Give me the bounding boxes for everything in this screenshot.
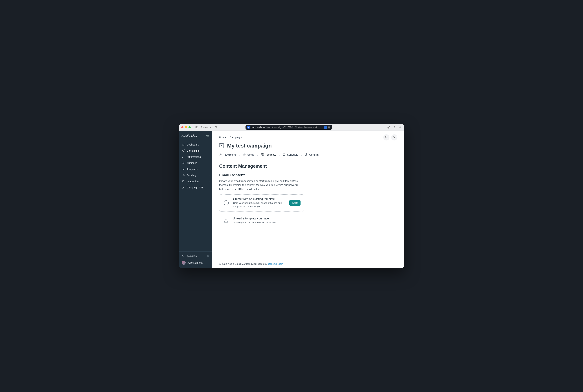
- breadcrumb-campaigns[interactable]: Campaigns: [230, 136, 243, 139]
- sidebar-user-menu[interactable]: Jolie Kennedy ›: [179, 259, 212, 266]
- breadcrumb-home[interactable]: Home: [219, 136, 226, 139]
- svg-point-8: [183, 162, 183, 163]
- shield-icon: [182, 156, 185, 158]
- step-template[interactable]: Template: [260, 151, 277, 159]
- browser-chrome: Private M demo.acellemail.com/campaigns/…: [179, 124, 404, 131]
- new-tab-icon[interactable]: [399, 126, 402, 129]
- sidebar-item-label: Campaigns: [187, 149, 200, 152]
- sidebar-item-label: Audience: [187, 162, 197, 164]
- sidebar-user-name: Jolie Kennedy: [187, 261, 203, 264]
- sidebar-item-sending[interactable]: Sending ›: [179, 172, 212, 178]
- url-bar[interactable]: M demo.acellemail.com/campaigns/612779c2…: [246, 125, 332, 130]
- sidebar-item-label: Templates: [187, 168, 198, 170]
- section-subheading: Email Content: [219, 173, 397, 177]
- site-favicon-icon: M: [247, 126, 250, 128]
- reload-button[interactable]: [214, 126, 217, 129]
- option-create-from-template[interactable]: Create from an existing template Craft y…: [219, 194, 304, 211]
- step-label: Setup: [247, 153, 254, 156]
- downloads-icon[interactable]: [387, 126, 390, 129]
- page-title: My test campaign: [227, 143, 272, 149]
- sidebar-item-label: Sending: [187, 174, 196, 177]
- chevron-right-icon: ›: [209, 262, 209, 264]
- sidebar-item-integration[interactable]: Integration ›: [179, 178, 212, 184]
- sidebar-item-label: Campaign API: [187, 186, 203, 189]
- step-label: Schedule: [287, 153, 298, 156]
- sidebar-item-dashboard[interactable]: Dashboard: [179, 142, 212, 148]
- sidebar-item-automations[interactable]: Automations: [179, 154, 212, 160]
- sidebar-item-label: Dashboard: [187, 143, 199, 146]
- option-title: Upload a template you have: [233, 217, 301, 220]
- chevron-right-icon: ›: [279, 154, 280, 156]
- sidebar-item-templates[interactable]: Templates: [179, 166, 212, 172]
- sidebar-toggle-icon[interactable]: [195, 126, 198, 129]
- home-icon: [182, 143, 185, 146]
- search-button[interactable]: [383, 134, 389, 140]
- clock-icon: [283, 153, 286, 156]
- step-label: Template: [265, 153, 276, 156]
- step-label: Confirm: [309, 153, 319, 156]
- share-icon[interactable]: [393, 126, 396, 129]
- main-content: Home › Campaigns A: [212, 131, 404, 268]
- minimize-window-button[interactable]: [185, 126, 187, 128]
- footer-link[interactable]: acellemail.com: [268, 262, 283, 265]
- svg-point-22: [305, 154, 307, 156]
- step-setup[interactable]: Setup: [243, 151, 255, 159]
- section-description: Create your email from scratch or start …: [219, 179, 299, 191]
- option-upload-template[interactable]: Upload a template you have Upload your o…: [219, 214, 304, 227]
- chevron-right-icon: ›: [209, 174, 209, 176]
- collapse-sidebar-icon[interactable]: [206, 134, 209, 138]
- start-button[interactable]: Start: [289, 200, 301, 206]
- users-icon: [182, 162, 185, 164]
- private-label: Private: [200, 126, 208, 128]
- lock-icon: [315, 126, 317, 128]
- template-icon: [182, 168, 185, 170]
- svg-rect-0: [196, 126, 198, 128]
- option-title: Create from an existing template: [233, 198, 286, 201]
- sidebar: Acelle Mail Dashboard Campaigns Automati…: [179, 131, 212, 268]
- step-label: Recipients: [224, 153, 237, 156]
- avatar: [182, 261, 186, 265]
- envelope-send-icon: [219, 143, 225, 148]
- svg-rect-2: [315, 127, 317, 128]
- step-confirm[interactable]: Confirm: [304, 151, 319, 159]
- browser-window: Private M demo.acellemail.com/campaigns/…: [179, 124, 404, 268]
- mute-icon[interactable]: [324, 126, 327, 129]
- gear-icon: [182, 186, 185, 189]
- maximize-window-button[interactable]: [189, 126, 191, 128]
- close-window-button[interactable]: [181, 126, 183, 128]
- plug-icon: [182, 180, 185, 183]
- gear-icon: [243, 153, 246, 156]
- upload-icon: [222, 217, 230, 224]
- sidebar-item-activities[interactable]: Activities: [179, 253, 212, 259]
- sidebar-item-audience[interactable]: Audience ›: [179, 160, 212, 166]
- chevron-right-icon: ›: [257, 154, 258, 156]
- svg-rect-11: [183, 180, 184, 182]
- sidebar-item-campaign-api[interactable]: Campaign API: [179, 184, 212, 190]
- svg-point-13: [385, 136, 387, 138]
- footer: © 2022. Acelle Email Marketing Applicati…: [212, 260, 404, 268]
- chevron-right-icon: ›: [209, 162, 209, 164]
- back-button[interactable]: [209, 126, 212, 129]
- url-host: demo.acellemail.com: [251, 126, 271, 128]
- moon-icon: [393, 136, 396, 139]
- sidebar-item-label: Automations: [187, 156, 201, 158]
- chevron-right-icon: ›: [301, 154, 302, 156]
- traffic-lights: [181, 126, 191, 128]
- svg-rect-20: [262, 155, 263, 156]
- option-description: Upload your own template in ZIP format: [233, 221, 301, 224]
- sidebar-item-label: Integration: [187, 180, 199, 183]
- layout-icon: [261, 153, 264, 156]
- more-icon[interactable]: •••: [328, 126, 330, 128]
- chevron-right-icon: ›: [239, 154, 240, 156]
- check-circle-icon: [305, 153, 308, 156]
- footer-text: © 2022. Acelle Email Marketing Applicati…: [219, 262, 268, 265]
- step-schedule[interactable]: Schedule: [282, 151, 299, 159]
- section-heading: Content Management: [219, 163, 397, 169]
- theme-toggle-button[interactable]: A: [391, 134, 397, 140]
- chevron-right-icon: ›: [227, 136, 228, 138]
- sidebar-nav: Dashboard Campaigns Automations Audience…: [179, 142, 212, 251]
- svg-point-24: [228, 201, 228, 202]
- svg-point-12: [183, 187, 183, 188]
- sidebar-item-campaigns[interactable]: Campaigns: [179, 148, 212, 154]
- step-recipients[interactable]: Recipients: [219, 151, 237, 159]
